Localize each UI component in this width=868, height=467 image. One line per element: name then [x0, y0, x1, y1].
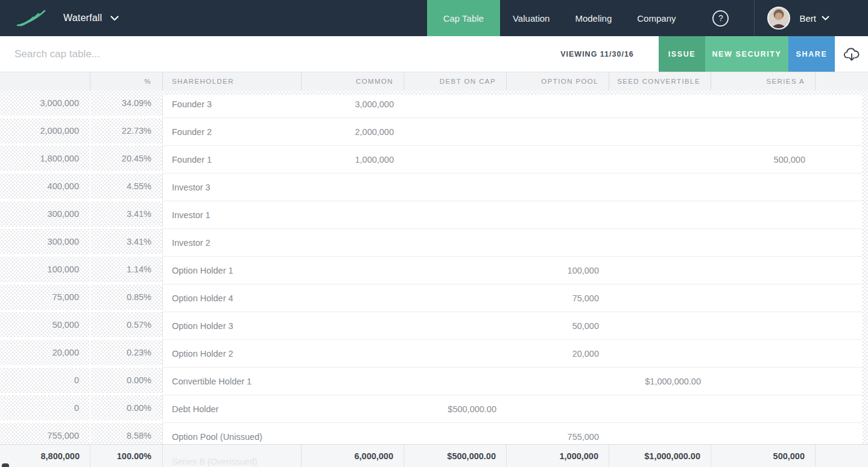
table-row[interactable]: 300,0003.41%Investor 2 — [0, 229, 868, 257]
cell-seed-convertible — [609, 174, 711, 201]
issue-button[interactable]: ISSUE — [659, 36, 705, 72]
main-nav-tabs: Cap Table Valuation Modeling Company — [427, 0, 689, 36]
cell-seed-convertible — [609, 146, 711, 173]
cell-seed-convertible — [609, 229, 711, 256]
user-menu[interactable]: Bert — [755, 7, 868, 30]
help-button[interactable]: ? — [712, 10, 729, 27]
user-name: Bert — [799, 13, 816, 24]
table-row[interactable]: 300,0003.41%Investor 1 — [0, 201, 868, 229]
company-switcher[interactable]: Waterfall — [63, 13, 119, 24]
cell-trailing — [816, 312, 863, 339]
download-button[interactable] — [835, 36, 868, 72]
cell-shares: 0 — [0, 368, 90, 395]
table-row[interactable]: 1,800,00020.45%Founder 11,000,000500,000 — [0, 146, 868, 174]
cell-shares: 0 — [0, 395, 90, 423]
cell-debt-on-cap: $500,000.00 — [404, 395, 507, 422]
total-percent: 100.00% — [90, 445, 163, 467]
cell-series-a — [711, 284, 816, 312]
total-shares: 8,800,000 — [0, 445, 90, 467]
table-top-gap — [0, 90, 868, 95]
cell-debt-on-cap — [404, 340, 507, 367]
viewing-date[interactable]: VIEWING 11/30/16 — [536, 36, 659, 72]
row-content: Option Holder 475,000 — [163, 284, 863, 312]
company-name: Waterfall — [63, 13, 102, 24]
search-input[interactable] — [0, 36, 536, 72]
row-content: Founder 22,000,000 — [163, 118, 863, 146]
cell-option-pool — [507, 146, 609, 173]
cell-common — [302, 201, 404, 228]
table-row[interactable]: 20,0000.23%Option Holder 220,000 — [0, 340, 868, 368]
row-content: Founder 11,000,000500,000 — [163, 146, 863, 174]
new-security-button[interactable]: NEW SECURITY — [705, 36, 788, 72]
cell-shareholder: Option Holder 4 — [163, 284, 302, 312]
tab-cap-table[interactable]: Cap Table — [427, 0, 500, 36]
cell-option-pool: 20,000 — [507, 340, 609, 367]
app-logo[interactable] — [16, 9, 46, 27]
cell-option-pool — [507, 229, 609, 256]
cap-table: % SHAREHOLDER COMMON DEBT ON CAP OPTION … — [0, 72, 868, 467]
col-header-seed-convertible: SEED CONVERTIBLE — [609, 72, 711, 90]
tab-valuation[interactable]: Valuation — [500, 0, 562, 36]
cell-debt-on-cap — [404, 284, 507, 312]
cell-shares: 50,000 — [0, 312, 90, 340]
cell-seed-convertible: $1,000,000.00 — [609, 368, 711, 395]
share-button[interactable]: SHARE — [788, 36, 835, 72]
cell-common — [302, 229, 404, 256]
row-content: Option Holder 1100,000 — [163, 257, 863, 284]
chevron-down-icon — [822, 16, 829, 20]
cell-option-pool — [507, 201, 609, 228]
cell-shareholder: Founder 2 — [163, 118, 302, 145]
table-row[interactable]: 50,0000.57%Option Holder 350,000 — [0, 312, 868, 340]
table-row[interactable]: 00.00%Debt Holder$500,000.00 — [0, 395, 868, 423]
cell-common: 2,000,000 — [302, 118, 404, 145]
table-header-row: % SHAREHOLDER COMMON DEBT ON CAP OPTION … — [0, 72, 868, 90]
cell-common — [302, 257, 404, 284]
chat-widget-peek[interactable] — [2, 463, 9, 467]
total-series-a: 500,000 — [711, 445, 816, 467]
cell-series-a — [711, 201, 816, 228]
cell-common — [302, 284, 404, 312]
cell-series-a — [711, 395, 816, 422]
cell-series-a — [711, 229, 816, 256]
cell-shareholder: Option Holder 3 — [163, 312, 302, 339]
total-seed-convertible: $1,000,000.00 — [609, 445, 711, 467]
cell-shareholder: Convertible Holder 1 — [163, 368, 302, 395]
cell-series-a — [711, 174, 816, 201]
cell-trailing — [816, 174, 863, 201]
tab-modeling[interactable]: Modeling — [562, 0, 624, 36]
cell-shareholder: Option Holder 1 — [163, 257, 302, 284]
cell-shareholder: Debt Holder — [163, 395, 302, 422]
chevron-down-icon — [110, 16, 119, 21]
total-common: 6,000,000 — [302, 445, 404, 467]
table-row[interactable]: 100,0001.14%Option Holder 1100,000 — [0, 257, 868, 284]
table-row[interactable]: 400,0004.55%Investor 3 — [0, 174, 868, 201]
table-row[interactable]: 75,0000.85%Option Holder 475,000 — [0, 284, 868, 312]
cell-seed-convertible — [609, 312, 711, 339]
table-body: 3,000,00034.09%Founder 33,000,0002,000,0… — [0, 90, 868, 467]
cell-debt-on-cap — [404, 201, 507, 228]
cell-trailing — [816, 146, 863, 173]
cell-percent: 22.73% — [90, 118, 163, 146]
col-header-shares — [0, 72, 90, 90]
col-header-shareholder: SHAREHOLDER — [163, 72, 302, 90]
cell-shares: 1,800,000 — [0, 146, 90, 174]
tab-company[interactable]: Company — [624, 0, 688, 36]
cell-common: 1,000,000 — [302, 146, 404, 173]
top-nav: Waterfall Cap Table Valuation Modeling C… — [0, 0, 868, 36]
totals-row: 8,800,000 100.00% Series B (Overissued) … — [0, 444, 868, 467]
cell-percent: 20.45% — [90, 146, 163, 174]
cell-shares: 20,000 — [0, 340, 90, 368]
cell-seed-convertible — [609, 118, 711, 145]
table-row[interactable]: 00.00%Convertible Holder 1$1,000,000.00 — [0, 368, 868, 395]
col-header-trailing — [816, 72, 868, 90]
cell-debt-on-cap — [404, 174, 507, 201]
cell-trailing — [816, 395, 863, 422]
cell-trailing — [816, 229, 863, 256]
logo-swoosh-icon — [16, 9, 46, 27]
table-row[interactable]: 2,000,00022.73%Founder 22,000,000 — [0, 118, 868, 146]
cell-percent: 3.41% — [90, 229, 163, 257]
cell-percent: 0.85% — [90, 284, 163, 312]
row-content: Convertible Holder 1$1,000,000.00 — [163, 368, 863, 395]
cell-percent: 0.57% — [90, 312, 163, 340]
cell-seed-convertible — [609, 284, 711, 312]
